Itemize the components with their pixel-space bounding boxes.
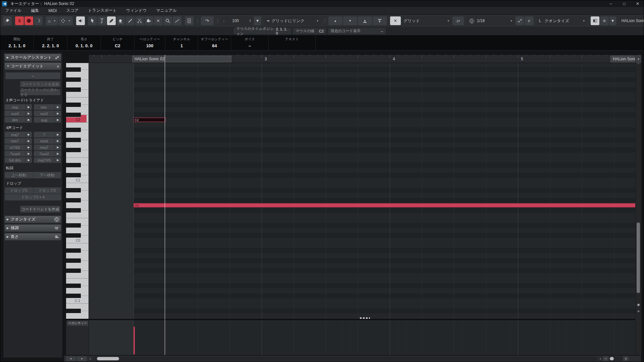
move-down-button[interactable]: 下へ移動: [33, 172, 61, 178]
piano-key-G#1[interactable]: [66, 138, 81, 142]
drop2-4-button[interactable]: ドロップ2 + 4: [5, 194, 61, 200]
chord-play-arrow-icon[interactable]: ▶: [54, 117, 61, 123]
piano-key-C#2[interactable]: [66, 113, 81, 117]
scroll-left-button[interactable]: ‹: [88, 356, 93, 361]
range-tool[interactable]: [98, 16, 106, 25]
glue-tool[interactable]: [145, 16, 153, 25]
section-chord-edit[interactable]: ▼ コードエディット ≡: [5, 63, 61, 70]
piano-key-F0[interactable]: [66, 213, 81, 218]
horizontal-scrollbar-thumb[interactable]: [97, 357, 119, 360]
piano-key-A#1[interactable]: [66, 128, 81, 132]
piano-key-D#2[interactable]: [66, 103, 81, 107]
vertical-zoom-dot[interactable]: [637, 304, 640, 306]
piano-key-D#-1[interactable]: [66, 284, 81, 288]
piano-key-E0[interactable]: [66, 218, 81, 223]
chord-button-m7b5[interactable]: m7/b5▶: [5, 144, 32, 150]
vertical-scrollbar[interactable]: ▼ ˆ +: [636, 55, 641, 355]
chord-button-aug[interactable]: aug▶: [34, 117, 61, 123]
record-button[interactable]: [24, 16, 33, 25]
piano-key-C#-1[interactable]: [66, 294, 81, 298]
piano-key-G1[interactable]: [66, 142, 81, 147]
chord-play-arrow-icon[interactable]: ▶: [25, 157, 32, 163]
part-start-label[interactable]: HALion Sonic 02: [132, 56, 231, 62]
layer-mode-button[interactable]: ≡: [600, 16, 609, 25]
acoustic-feedback-button[interactable]: ☽: [34, 16, 43, 25]
piano-key-A#0[interactable]: [66, 188, 81, 192]
trim-tool[interactable]: [126, 16, 135, 25]
menu-item-2[interactable]: MIDI: [44, 7, 61, 14]
chord-button-min6[interactable]: min6▶: [34, 138, 61, 144]
info-field-8[interactable]: テキスト: [269, 35, 316, 50]
section-length[interactable]: ▶ 長さ: [5, 233, 61, 240]
piano-key-G2[interactable]: [66, 82, 81, 87]
piano-key-F-1[interactable]: [66, 273, 81, 278]
chord-play-arrow-icon[interactable]: ▶: [25, 104, 32, 110]
section-quantize[interactable]: ▶ クオンタイズ Q: [5, 216, 61, 223]
transpose-octave-down-button[interactable]: ▼: [373, 16, 387, 25]
menu-item-1[interactable]: 編集: [26, 7, 44, 14]
chord-button-maj[interactable]: maj▶: [5, 104, 32, 110]
minimize-button[interactable]: –: [604, 0, 618, 7]
info-field-1[interactable]: 終了2. 2. 1. 0: [34, 35, 67, 50]
chord-button-maj7[interactable]: maj7▶: [5, 132, 32, 137]
drop2-button[interactable]: ドロップ2: [5, 187, 33, 194]
piano-key-B-1[interactable]: [66, 243, 81, 248]
section-scale-assistant[interactable]: ▶ スケールアシスタント: [5, 54, 61, 61]
midi-note-G0[interactable]: G0: [133, 203, 635, 207]
draw-tool[interactable]: [107, 16, 116, 25]
scroll-up-button[interactable]: ˆ: [636, 63, 641, 68]
info-field-4[interactable]: ベロシティー100: [135, 35, 165, 50]
quantize-preset-combo[interactable]: Q 1/16 ▼: [467, 16, 515, 25]
chord-button-dim[interactable]: dim▶: [5, 117, 32, 123]
piano-key-A#-2[interactable]: [66, 309, 81, 313]
piano-key-D#1[interactable]: [66, 163, 81, 167]
chord-button-maj75[interactable]: maj7/#5▶: [34, 157, 61, 163]
grid-relative-button[interactable]: -|+: [452, 16, 464, 25]
zoom-slider[interactable]: [609, 357, 623, 361]
transpose-down-button[interactable]: ▼: [343, 16, 357, 25]
chord-play-arrow-icon[interactable]: ▶: [25, 117, 32, 123]
line-tool[interactable]: [173, 16, 181, 25]
piano-key-E1[interactable]: [66, 158, 81, 163]
chord-button-sus4[interactable]: sus4▶: [5, 111, 32, 116]
piano-key-D1[interactable]: [66, 168, 81, 173]
zoom-tool[interactable]: [163, 16, 172, 25]
velocity-lane-label[interactable]: ベロシティー: [67, 321, 88, 326]
midi-note-C2[interactable]: C2: [133, 118, 165, 122]
piano-key-C#1[interactable]: [66, 173, 81, 177]
velocity-spinner[interactable]: ▲▼: [249, 19, 251, 22]
piano-key-A#-1[interactable]: [66, 248, 81, 253]
chord-play-arrow-icon[interactable]: ▶: [54, 138, 61, 144]
chord-play-arrow-icon[interactable]: ▶: [54, 104, 61, 110]
chord-button-fulldim[interactable]: full dim▶: [5, 157, 32, 163]
piano-key-A#2[interactable]: [66, 67, 81, 72]
chord-play-arrow-icon[interactable]: ▶: [54, 151, 61, 157]
chord-button-min7[interactable]: min7▶: [5, 138, 32, 144]
piano-key-B2[interactable]: [66, 63, 81, 67]
piano-key-A1[interactable]: [66, 132, 81, 137]
chord-play-arrow-icon[interactable]: ▶: [25, 111, 32, 116]
split-pane-button[interactable]: [591, 16, 599, 25]
piano-key-G#2[interactable]: [66, 77, 81, 82]
chord-button-7sus4[interactable]: 7sus4▶: [5, 151, 32, 157]
velocity-lane[interactable]: [89, 319, 635, 355]
length-quantize-combo[interactable]: L クオンタイズ ▼: [537, 16, 587, 25]
vertical-zoom-in-button[interactable]: +: [636, 309, 641, 314]
lane-resize-handle[interactable]: [360, 317, 370, 319]
piano-key-F1[interactable]: [66, 153, 81, 158]
piano-key-A-2[interactable]: [66, 313, 81, 318]
piano-key-E-1[interactable]: [66, 278, 81, 283]
piano-key-F#1[interactable]: [66, 148, 81, 152]
chord-play-arrow-icon[interactable]: ▶: [25, 138, 32, 144]
piano-key-C#0[interactable]: [66, 233, 81, 238]
chord-play-arrow-icon[interactable]: ▶: [25, 144, 32, 150]
close-button[interactable]: ✕: [631, 0, 644, 7]
piano-key-D0[interactable]: [66, 228, 81, 233]
zoom-slider-thumb[interactable]: [610, 357, 614, 360]
current-chord-display[interactable]: --: [5, 72, 60, 79]
maximize-button[interactable]: □: [618, 0, 631, 7]
piano-key-A-1[interactable]: [66, 253, 81, 258]
chord-play-arrow-icon[interactable]: ▶: [54, 111, 61, 116]
piano-key-B-2[interactable]: [66, 303, 81, 308]
chord-button-minj7[interactable]: minj7▶: [34, 144, 61, 150]
